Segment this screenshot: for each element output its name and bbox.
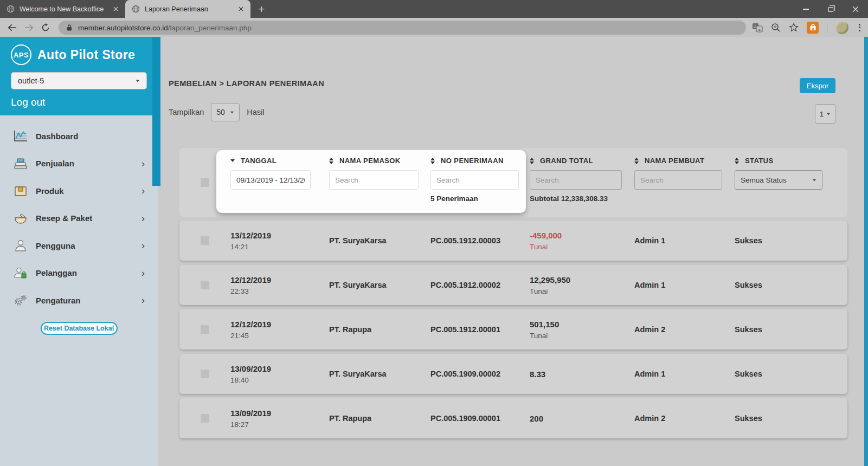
cell-supplier: PT. SuryaKarsa [329, 236, 430, 245]
column-label: NO PENERIMAAN [441, 157, 504, 165]
chevron-down-icon [136, 80, 139, 82]
bookmark-star-icon[interactable] [789, 23, 799, 33]
url-text: member.autopilotstore.co.id/laporan_pene… [78, 24, 252, 32]
tab-close-icon[interactable] [111, 5, 120, 14]
minimize-button[interactable] [793, 0, 818, 18]
new-tab-button[interactable]: + [258, 3, 265, 15]
select-all-checkbox[interactable] [201, 178, 209, 187]
sort-desc-icon [230, 159, 235, 162]
sidebar-item-pelanggan[interactable]: Pelanggan › [0, 260, 158, 287]
logout-link[interactable]: Log out [11, 96, 147, 108]
svg-text:a: a [758, 27, 761, 31]
cell-time: 18:27 [230, 420, 329, 429]
table-row[interactable]: 13/09/201918:40 PT. SuryaKarsa PC.005.19… [179, 354, 847, 394]
cell-creator: Admin 2 [634, 414, 735, 423]
url-path: /laporan_penerimaan.php [168, 24, 252, 32]
cell-creator: Admin 1 [634, 370, 735, 378]
table-row[interactable]: 12/12/201922:33 PT. SuryaKarsa PC.005.19… [179, 265, 847, 305]
sort-both-icon [329, 158, 333, 164]
sort-both-icon [634, 158, 639, 164]
cell-time: 14:21 [230, 243, 329, 251]
cash-register-icon [13, 157, 28, 170]
tab-title: Welcome to New Backoffice [20, 5, 111, 13]
chevron-right-icon: › [142, 158, 145, 170]
show-label: Tampilkan [169, 108, 204, 116]
chevron-right-icon: › [142, 267, 145, 279]
sidebar-item-label: Dashboard [36, 132, 145, 141]
customer-bag-icon [13, 267, 28, 280]
column-header-grand-total[interactable]: GRAND TOTAL [530, 157, 634, 165]
sidebar-item-pengguna[interactable]: Pengguna › [0, 232, 158, 260]
export-button[interactable]: Ekspor [800, 78, 835, 93]
chevron-down-icon [813, 179, 816, 181]
close-button[interactable] [843, 0, 868, 18]
tab-welcome-backoffice[interactable]: Welcome to New Backoffice [0, 0, 125, 18]
search-grand-total-input[interactable] [530, 170, 622, 190]
sidebar-item-resep-paket[interactable]: Resep & Paket › [0, 205, 158, 232]
sidebar-item-pengaturan[interactable]: Pengaturan › [0, 287, 158, 314]
cell-grand-total: 12,295,950 [530, 275, 634, 284]
row-checkbox[interactable] [201, 414, 209, 423]
cell-date: 12/12/2019 [230, 275, 329, 284]
date-range-input[interactable] [230, 170, 311, 190]
column-header-nama-pembuat[interactable]: NAMA PEMBUAT [634, 157, 735, 165]
cell-grand-total: 200 [530, 414, 634, 423]
tab-close-icon[interactable] [236, 5, 245, 14]
reset-database-button[interactable]: Reset Database Lokal [41, 322, 118, 335]
restore-button[interactable] [818, 0, 843, 18]
subtotal-label: Subtotal 12,338,308.33 [530, 195, 634, 203]
profile-avatar[interactable] [835, 21, 848, 34]
row-checkbox[interactable] [201, 281, 209, 289]
dashboard-chart-icon [13, 130, 28, 143]
row-checkbox[interactable] [201, 370, 209, 378]
chevron-right-icon: › [142, 212, 145, 224]
table-body: 13/12/201914:21 PT. SuryaKarsa PC.005.19… [179, 221, 847, 443]
per-page-select[interactable]: 50 [211, 103, 240, 121]
table-row[interactable]: 13/09/201918:27 PT. Rapupa PC.005.1909.0… [179, 398, 847, 438]
translate-icon[interactable]: Aa [752, 23, 763, 33]
cell-time: 18:40 [230, 376, 329, 384]
column-header-status[interactable]: STATUS [735, 157, 847, 165]
forward-icon[interactable] [24, 24, 34, 31]
search-no-penerimaan-input[interactable] [430, 170, 519, 190]
sidebar-item-dashboard[interactable]: Dashboard [0, 122, 158, 150]
per-page-value: 50 [216, 108, 225, 116]
cell-status: Sukses [735, 370, 847, 378]
chevron-down-icon [827, 113, 830, 115]
page-select[interactable]: 1 [815, 104, 835, 124]
lock-icon[interactable] [66, 24, 73, 31]
status-filter-value: Semua Status [741, 176, 787, 184]
breadcrumb: PEMBELIAN > LAPORAN PENERIMAAN [169, 79, 324, 88]
browser-menu-icon[interactable] [857, 24, 863, 31]
browser-window: Welcome to New Backoffice Laporan Peneri… [0, 0, 868, 466]
row-checkbox[interactable] [201, 325, 209, 334]
page-scrollbar[interactable] [864, 37, 868, 466]
cell-date: 13/12/2019 [230, 231, 329, 240]
search-nama-pembuat-input[interactable] [634, 170, 722, 190]
chevron-right-icon: › [142, 294, 145, 306]
cell-supplier: PT. SuryaKarsa [329, 281, 430, 289]
column-header-no-penerimaan[interactable]: NO PENERIMAAN [430, 157, 530, 165]
zoom-icon[interactable] [771, 23, 781, 33]
url-bar[interactable]: member.autopilotstore.co.id/laporan_pene… [59, 21, 746, 35]
column-header-nama-pemasok[interactable]: NAMA PEMASOK [329, 157, 430, 165]
extension-shopping-icon[interactable]: a [807, 22, 819, 34]
reload-icon[interactable] [41, 23, 50, 32]
globe-favicon-icon [132, 5, 140, 13]
search-nama-pemasok-input[interactable] [329, 170, 419, 190]
status-filter-select[interactable]: Semua Status [735, 170, 822, 190]
row-checkbox[interactable] [201, 236, 209, 245]
sidebar-item-penjualan[interactable]: Penjualan › [0, 150, 158, 178]
column-header-tanggal[interactable]: TANGGAL [230, 157, 329, 165]
tab-title: Laporan Penerimaan [145, 5, 236, 13]
app-viewport: APS Auto Pilot Store outlet-5 Log out Da… [0, 37, 868, 466]
outlet-select[interactable]: outlet-5 [11, 72, 147, 89]
tab-laporan-penerimaan[interactable]: Laporan Penerimaan [125, 0, 250, 18]
back-icon[interactable] [8, 24, 17, 31]
sidebar-item-produk[interactable]: Produk › [0, 177, 158, 205]
cell-status: Sukses [735, 281, 847, 289]
column-label: STATUS [745, 157, 773, 165]
table-row[interactable]: 13/12/201914:21 PT. SuryaKarsa PC.005.19… [179, 221, 847, 261]
table-row[interactable]: 12/12/201921:45 PT. Rapupa PC.005.1912.0… [179, 309, 847, 350]
sidebar-scrollbar[interactable] [152, 37, 160, 186]
